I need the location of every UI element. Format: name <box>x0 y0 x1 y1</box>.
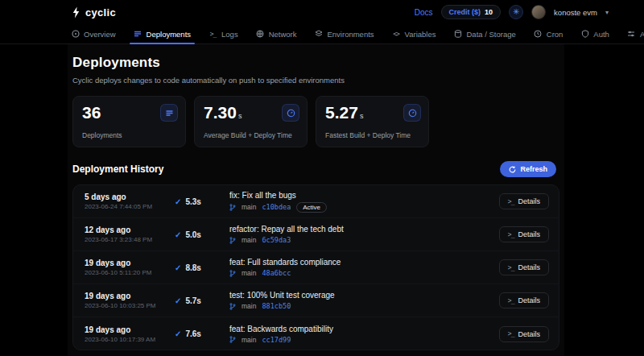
details-button[interactable]: >_ Details <box>499 193 549 209</box>
terminal-icon: >_ <box>508 198 514 205</box>
tab-deployments[interactable]: Deployments <box>125 24 200 43</box>
git-branch-icon <box>229 270 236 277</box>
sliders-icon <box>627 30 636 39</box>
deploy-duration: 5.0s <box>185 230 200 239</box>
branch-name: main <box>242 336 256 344</box>
tab-label: Cron <box>547 30 564 39</box>
logo-text: cyclic <box>85 6 116 19</box>
details-button[interactable]: >_ Details <box>499 226 549 242</box>
app-logo[interactable]: cyclic <box>71 6 116 19</box>
history-header: Deployment History Refresh <box>72 161 559 177</box>
overview-icon <box>71 30 80 39</box>
deploy-age: 12 days ago <box>85 226 175 234</box>
git-branch-icon <box>229 336 236 343</box>
stat-label: Fastest Build + Deploy Time <box>325 131 411 139</box>
username: konoste evm <box>554 8 597 17</box>
deployment-row: 12 days ago 2023-06-17 3:23:48 PM ✓ 5.0s… <box>73 218 559 251</box>
tab-label: Data / Storage <box>467 30 516 39</box>
deployment-row: 19 days ago 2023-06-10 10:17:39 AM ✓ 7.6… <box>73 317 559 350</box>
deployment-row: 5 days ago 2023-06-24 7:44:05 PM ✓ 5.3s … <box>73 185 559 218</box>
gauge-icon <box>403 104 421 122</box>
terminal-icon: >_ <box>208 30 217 39</box>
tab-label: Overview <box>84 30 116 39</box>
git-branch-icon <box>229 204 236 211</box>
refresh-icon <box>509 166 516 173</box>
deploy-timestamp: 2023-06-10 10:17:39 AM <box>85 336 175 343</box>
deployments-icon <box>134 30 142 39</box>
credit-value: 10 <box>485 8 493 16</box>
page-subtitle: Cyclic deploys changes to code automatic… <box>72 76 559 85</box>
git-branch-icon <box>229 303 236 310</box>
commit-hash-link[interactable]: 881cb50 <box>262 302 291 310</box>
deployment-row: 19 days ago 2023-06-10 5:11:20 PM ✓ 8.8s… <box>73 251 559 284</box>
tab-cron[interactable]: Cron <box>525 24 572 43</box>
commit-message: test: 100% Unit test coverage <box>229 291 493 300</box>
tab-advanced[interactable]: Advanced <box>618 24 644 43</box>
deploy-timestamp: 2023-06-10 5:11:20 PM <box>85 269 175 276</box>
tab-label: Advanced <box>640 30 644 39</box>
clock-icon <box>534 30 543 39</box>
branch-name: main <box>242 269 256 277</box>
branch-name: main <box>242 302 256 310</box>
main-nav: Overview Deployments >_ Logs Network Env… <box>0 24 644 44</box>
check-icon: ✓ <box>175 230 181 239</box>
deploy-duration: 5.7s <box>185 296 200 305</box>
stat-card-fastest-time: 5.27s Fastest Build + Deploy Time <box>316 96 429 147</box>
tab-overview[interactable]: Overview <box>71 24 125 43</box>
commit-message: feat: Backwards compatibility <box>229 325 493 333</box>
shield-icon <box>580 30 589 39</box>
check-icon: ✓ <box>175 197 181 206</box>
layers-icon <box>315 30 324 39</box>
deploy-duration: 7.6s <box>185 329 200 338</box>
tab-label: Variables <box>405 30 436 39</box>
terminal-icon: >_ <box>508 330 514 337</box>
deploy-age: 19 days ago <box>85 325 175 334</box>
code-icon: <> <box>392 30 401 39</box>
bars-icon <box>160 104 178 122</box>
commit-hash-link[interactable]: cc17d99 <box>262 336 291 344</box>
tab-label: Network <box>269 30 297 39</box>
stats-row: 36 Deployments 7.30s Average Build + Dep… <box>72 96 559 147</box>
check-icon: ✓ <box>175 296 181 305</box>
stat-label: Average Build + Deploy Time <box>204 131 292 139</box>
chevron-down-icon[interactable]: ▾ <box>605 9 609 16</box>
commit-message: refactor: Repay all the tech debt <box>229 225 493 234</box>
main-content: Deployments Cyclic deploys changes to co… <box>68 44 564 356</box>
branch-name: main <box>242 236 256 244</box>
tab-logs[interactable]: >_ Logs <box>200 24 247 43</box>
stat-label: Deployments <box>82 131 122 139</box>
commit-message: fix: Fix all the bugs <box>229 191 493 200</box>
details-button[interactable]: >_ Details <box>499 259 549 275</box>
tab-data-storage[interactable]: Data / Storage <box>445 24 525 43</box>
credit-pill[interactable]: Credit ($) 10 <box>441 5 502 19</box>
deploy-age: 5 days ago <box>85 192 175 201</box>
deploy-duration: 5.3s <box>185 197 200 206</box>
docs-link[interactable]: Docs <box>415 8 433 17</box>
bolt-icon <box>71 6 81 19</box>
commit-hash-link[interactable]: 6c59da3 <box>262 236 291 244</box>
header-actions: Docs Credit ($) 10 ✳ konoste evm ▾ <box>415 5 609 19</box>
tab-label: Environments <box>328 30 374 39</box>
tab-environments[interactable]: Environments <box>306 24 383 43</box>
check-icon: ✓ <box>175 329 181 338</box>
tab-auth[interactable]: Auth <box>572 24 618 43</box>
theme-toggle-button[interactable]: ✳ <box>509 5 523 19</box>
commit-message: feat: Full standards compliance <box>229 258 493 267</box>
tab-label: Auth <box>593 30 609 39</box>
refresh-button[interactable]: Refresh <box>500 161 556 177</box>
details-button[interactable]: >_ Details <box>499 326 549 342</box>
tab-network[interactable]: Network <box>247 24 306 43</box>
deploy-age: 19 days ago <box>85 259 175 267</box>
branch-name: main <box>242 203 256 211</box>
stat-card-deployments: 36 Deployments <box>72 96 186 147</box>
details-button[interactable]: >_ Details <box>499 292 549 308</box>
history-title: Deployment History <box>72 164 163 175</box>
avatar[interactable] <box>531 5 546 19</box>
tab-label: Logs <box>221 30 238 39</box>
commit-hash-link[interactable]: 48a6bcc <box>262 269 291 277</box>
deployment-row: 19 days ago 2023-06-10 10:03:25 PM ✓ 5.7… <box>73 284 559 317</box>
tab-variables[interactable]: <> Variables <box>383 24 445 43</box>
commit-hash-link[interactable]: c10bdea <box>262 203 291 211</box>
git-branch-icon <box>229 237 236 244</box>
terminal-icon: >_ <box>508 264 514 271</box>
